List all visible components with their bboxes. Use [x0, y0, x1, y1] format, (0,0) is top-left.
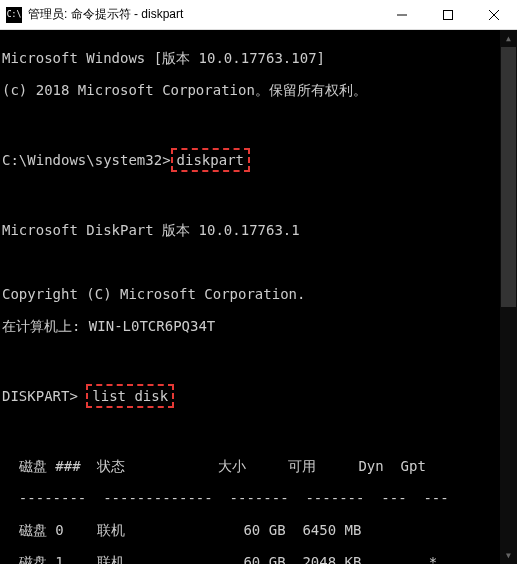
vertical-scrollbar[interactable]: ▲ ▼ [500, 30, 517, 564]
app-icon-text: C:\ [7, 10, 21, 19]
window-title: 管理员: 命令提示符 - diskpart [28, 6, 379, 23]
table-row: 磁盘 1 联机 60 GB 2048 KB * [2, 554, 515, 564]
close-button[interactable] [471, 0, 517, 29]
output-line: Copyright (C) Microsoft Corporation. [2, 286, 515, 302]
output-line: Microsoft Windows [版本 10.0.17763.107] [2, 50, 515, 66]
output-line: Microsoft DiskPart 版本 10.0.17763.1 [2, 222, 515, 238]
prompt-prefix: C:\Windows\system32> [2, 152, 171, 168]
minimize-button[interactable] [379, 0, 425, 29]
table-row: 磁盘 0 联机 60 GB 6450 MB [2, 522, 515, 538]
terminal-output[interactable]: Microsoft Windows [版本 10.0.17763.107] (c… [0, 30, 517, 564]
scrollbar-track[interactable] [500, 47, 517, 547]
output-line: (c) 2018 Microsoft Corporation。保留所有权利。 [2, 82, 515, 98]
output-line [2, 254, 515, 270]
output-line [2, 426, 515, 442]
table-divider: -------- ------------- ------- ------- -… [2, 490, 515, 506]
output-line: 在计算机上: WIN-L0TCR6PQ34T [2, 318, 515, 334]
table-header: 磁盘 ### 状态 大小 可用 Dyn Gpt [2, 458, 515, 474]
highlighted-command: list disk [86, 384, 174, 408]
maximize-button[interactable] [425, 0, 471, 29]
output-line [2, 350, 515, 366]
scrollbar-up-arrow[interactable]: ▲ [500, 30, 517, 47]
scrollbar-thumb[interactable] [501, 47, 516, 307]
prompt-line: DISKPART> list disk [2, 382, 515, 410]
scrollbar-down-arrow[interactable]: ▼ [500, 547, 517, 564]
window-controls [379, 0, 517, 29]
highlighted-command: diskpart [171, 148, 250, 172]
output-line [2, 114, 515, 130]
output-line [2, 190, 515, 206]
svg-rect-1 [444, 10, 453, 19]
window-titlebar: C:\ 管理员: 命令提示符 - diskpart [0, 0, 517, 30]
prompt-line: C:\Windows\system32>diskpart [2, 146, 515, 174]
prompt-prefix: DISKPART> [2, 388, 86, 404]
app-icon: C:\ [6, 7, 22, 23]
